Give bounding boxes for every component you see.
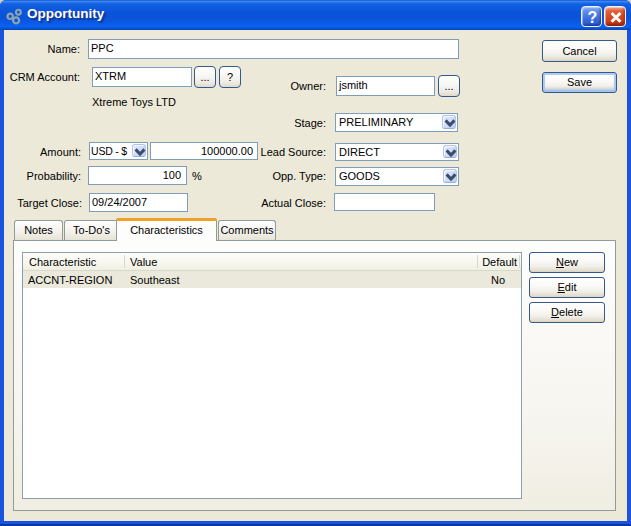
- svg-text:?: ?: [588, 9, 598, 26]
